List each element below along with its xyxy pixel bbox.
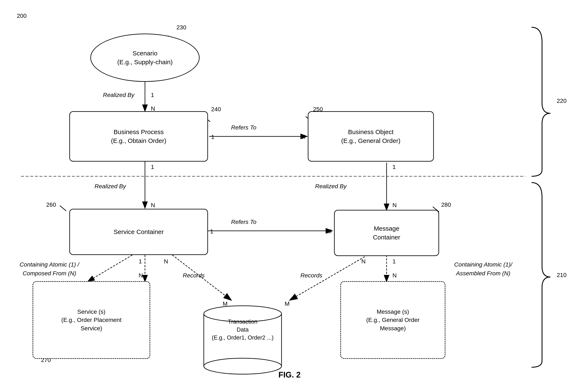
containing-atomic-label-1: Containing Atomic (1) /Composed From (N) (15, 260, 84, 278)
ref-200: 200 (17, 13, 27, 19)
transaction-data-label: TransactionData(E.g., Order1, Order2 ...… (202, 318, 284, 342)
realized-by-label-1: Realized By (103, 91, 134, 99)
service-container-node: Service Container (69, 209, 208, 255)
num-m-sc-arrow: M (327, 228, 332, 235)
service-label: Service (s)(E.g., Order PlacementService… (61, 308, 121, 333)
message-container-label: MessageContainer (373, 224, 400, 242)
business-object-node: Business Object(E.g., General Order) (308, 111, 434, 162)
num-1-sc-down: 1 (139, 258, 142, 265)
num-1-bp-down: 1 (151, 163, 154, 171)
num-1-scenario-arrow: 1 (151, 91, 154, 99)
num-m-bp-arrow: M (300, 133, 305, 141)
ref-240: 240 (211, 106, 221, 113)
ref-220: 220 (557, 98, 567, 104)
scenario-node: Scenario(E.g., Supply-chain) (90, 34, 200, 82)
realized-by-label-3: Realized By (315, 183, 347, 190)
scenario-label: Scenario(E.g., Supply-chain) (117, 49, 172, 66)
ref-210: 210 (557, 272, 567, 279)
svg-line-9 (88, 255, 132, 281)
records-label-2: Records (300, 272, 322, 279)
svg-line-17 (60, 206, 66, 211)
message-label: Message (s)(E.g., General OrderMessage) (366, 308, 420, 333)
message-node: Message (s)(E.g., General OrderMessage) (340, 281, 445, 359)
refers-to-label-1: Refers To (231, 124, 256, 131)
num-m-trans-right: M (285, 300, 290, 308)
business-process-node: Business Process(E.g., Obtain Order) (69, 111, 208, 162)
num-1-sc-arrow: 1 (210, 228, 214, 235)
num-n-sc-trans: N (164, 258, 168, 265)
num-1-bp-arrow: 1 (211, 133, 215, 141)
num-n-bo-down: N (392, 201, 397, 209)
containing-atomic-label-2: Containing Atomic (1)/Assembled From (N) (443, 260, 523, 278)
business-object-label: Business Object(E.g., General Order) (341, 128, 400, 145)
diagram: 200 230 240 250 260 270 280 220 210 Scen… (0, 0, 579, 392)
refers-to-label-2: Refers To (231, 218, 256, 226)
num-n-sc-down: N (139, 272, 143, 279)
num-n-mc-trans: N (361, 258, 365, 265)
message-container-node: MessageContainer (334, 210, 439, 256)
records-label-1: Records (183, 272, 205, 279)
service-container-label: Service Container (114, 227, 164, 236)
ref-280: 280 (441, 201, 451, 208)
num-n-mc-down: N (392, 272, 397, 279)
num-n-bp-down: N (151, 201, 155, 209)
ref-260: 260 (46, 201, 56, 208)
ref-230: 230 (176, 24, 186, 31)
num-1-bo-down: 1 (392, 163, 396, 171)
fig-label: FIG. 2 (0, 370, 579, 379)
business-process-label: Business Process(E.g., Obtain Order) (111, 128, 166, 145)
realized-by-label-2: Realized By (94, 183, 126, 190)
transaction-data-node: TransactionData(E.g., Order1, Order2 ...… (202, 305, 284, 375)
service-node: Service (s)(E.g., Order PlacementService… (33, 281, 150, 359)
num-1-mc-down: 1 (392, 258, 396, 265)
